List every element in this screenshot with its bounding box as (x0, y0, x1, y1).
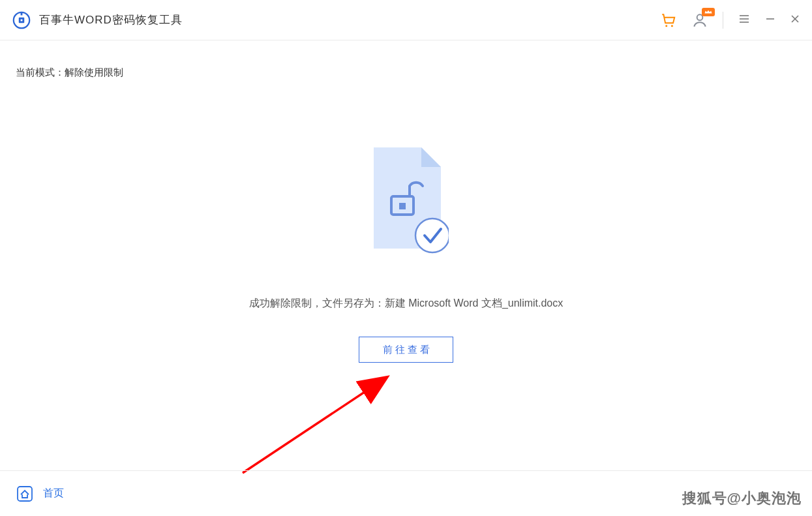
app-logo-wrap: 百事牛WORD密码恢复工具 (12, 10, 183, 30)
go-view-button[interactable]: 前往查看 (359, 337, 453, 363)
annotation-arrow-icon (235, 370, 398, 481)
vip-badge-icon (702, 8, 715, 16)
titlebar-right (660, 12, 800, 29)
home-link[interactable]: 首页 (16, 485, 64, 503)
cart-icon[interactable] (660, 12, 677, 29)
svg-point-3 (665, 25, 667, 27)
home-icon (16, 485, 34, 503)
svg-rect-16 (18, 487, 32, 501)
svg-line-15 (243, 378, 386, 473)
titlebar-divider (723, 12, 723, 29)
content-area: 当前模式：解除使用限制 成功解除限制，文件另存为：新建 Microsoft Wo… (0, 40, 812, 470)
success-prefix: 成功解除限制，文件另存为： (249, 297, 385, 309)
minimize-button[interactable] (765, 14, 775, 27)
footer: 首页 (0, 470, 812, 516)
app-title: 百事牛WORD密码恢复工具 (39, 12, 183, 27)
svg-rect-13 (399, 203, 406, 209)
result-block: 成功解除限制，文件另存为：新建 Microsoft Word 文档_unlimi… (16, 144, 796, 363)
home-label: 首页 (43, 487, 64, 500)
document-unlocked-icon (364, 144, 449, 255)
success-message: 成功解除限制，文件另存为：新建 Microsoft Word 文档_unlimi… (16, 297, 796, 311)
svg-point-4 (671, 25, 673, 27)
user-button[interactable] (691, 12, 708, 29)
app-logo-icon (12, 10, 31, 30)
mode-label: 当前模式：解除使用限制 (16, 67, 796, 79)
menu-button[interactable] (738, 12, 751, 28)
close-button[interactable] (790, 14, 800, 27)
svg-rect-2 (21, 19, 23, 21)
titlebar: 百事牛WORD密码恢复工具 (0, 0, 812, 40)
saved-filename: 新建 Microsoft Word 文档_unlimit.docx (385, 297, 564, 309)
svg-point-14 (415, 219, 449, 252)
